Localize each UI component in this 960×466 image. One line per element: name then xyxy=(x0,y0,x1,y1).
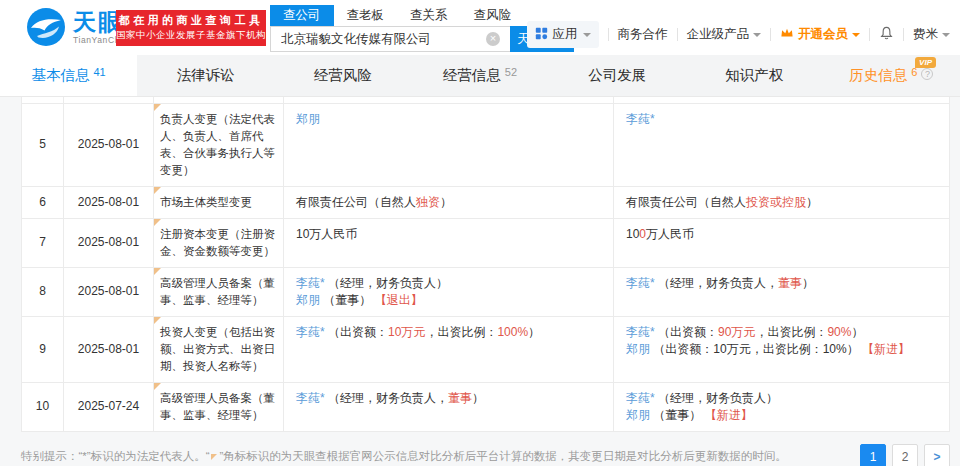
header-nav: 应用 商务合作 企业级产品 开通会员 xyxy=(527,21,951,48)
change-item: 高级管理人员备案（董事、监事、经理等） xyxy=(154,267,284,316)
change-history-table: 52025-08-01负责人变更（法定代表人、负责人、首席代表、合伙事务执行人等… xyxy=(21,97,950,432)
tab-0[interactable]: 基本信息41 xyxy=(0,55,137,96)
table-row: 102025-07-24高级管理人员备案（董事、监事、经理等）李莼* （经理，财… xyxy=(22,382,950,431)
highlight-text: 【退出】 xyxy=(375,293,423,307)
table-row: 72025-08-01注册资本变更（注册资金、资金数额等变更）10万人民币100… xyxy=(22,218,950,267)
search-tab-1[interactable]: 查老板 xyxy=(334,5,398,26)
username-label: 费米 xyxy=(913,26,938,43)
person-link[interactable]: 李莼* xyxy=(626,112,655,126)
text: ） xyxy=(851,325,863,339)
note-suffix: ”角标标识的为天眼查根据官网公示信息对比分析后平台计算的数据，其变更日期是对比分… xyxy=(219,450,786,462)
person-link[interactable]: 郑朋 xyxy=(626,342,650,356)
change-date: 2025-08-01 xyxy=(64,186,154,218)
table-row: 62025-08-01市场主体类型变更有限责任公司（自然人独资）有限责任公司（自… xyxy=(22,186,950,218)
cell-line: 郑朋 （出资额：10万元，出资比例：10%） 【新进】 xyxy=(626,341,937,358)
clear-search-icon[interactable]: × xyxy=(486,32,500,46)
bell-icon xyxy=(879,25,894,44)
tab-1[interactable]: 法律诉讼 xyxy=(137,55,274,96)
tab-3[interactable]: 经营信息52 xyxy=(411,55,548,96)
notifications-button[interactable] xyxy=(879,25,894,44)
nav-open-vip[interactable]: 开通会员 xyxy=(780,26,860,43)
crown-icon xyxy=(780,27,794,42)
user-menu[interactable]: 费米 xyxy=(913,26,950,43)
person-link[interactable]: 李莼* xyxy=(626,391,655,405)
page-header: 天眼查 TianYanCha.com 都在用的商业查询工具 国家中小企业发展子基… xyxy=(0,0,960,55)
tab-5[interactable]: 知识产权 xyxy=(686,55,823,96)
after-change-cell: 李莼* （经理，财务负责人，董事） xyxy=(614,267,950,316)
highlight-text: 董事 xyxy=(778,276,802,290)
search-input[interactable] xyxy=(270,26,510,52)
before-change-cell: 郑朋 xyxy=(284,103,614,186)
row-number: 6 xyxy=(22,186,64,218)
cell-line: 郑朋 （董事） 【新进】 xyxy=(626,407,937,424)
table-row: 82025-08-01高级管理人员备案（董事、监事、经理等）李莼* （经理，财务… xyxy=(22,267,950,316)
person-link[interactable]: 郑朋 xyxy=(626,408,650,422)
help-icon[interactable]: ? xyxy=(921,68,933,80)
change-item-label: 高级管理人员备案（董事、监事、经理等） xyxy=(160,392,275,421)
cell-line: 郑朋 （董事） 【退出】 xyxy=(296,292,601,309)
person-link[interactable]: 郑朋 xyxy=(296,112,320,126)
tab-2[interactable]: 经营风险 xyxy=(274,55,411,96)
search-tab-3[interactable]: 查风险 xyxy=(461,5,525,26)
change-item-label: 高级管理人员备案（董事、监事、经理等） xyxy=(160,277,275,306)
tab-label: 经营风险 xyxy=(314,66,372,85)
nav-enterprise-products[interactable]: 企业级产品 xyxy=(687,26,762,43)
tab-label: 知识产权 xyxy=(725,66,783,85)
apps-grid-icon xyxy=(535,27,548,43)
text: ） xyxy=(472,391,484,405)
person-link[interactable]: 李莼* xyxy=(626,276,655,290)
cell-line: 李莼* （经理，财务负责人，董事） xyxy=(626,275,937,292)
table-row: 92025-08-01投资人变更（包括出资额、出资方式、出资日期、投资人名称等）… xyxy=(22,316,950,382)
change-item-label: 注册资本变更（注册资金、资金数额等变更） xyxy=(160,228,275,257)
apps-menu-button[interactable]: 应用 xyxy=(527,21,599,48)
tab-6[interactable]: VIP历史信息6? xyxy=(823,55,960,96)
person-link[interactable]: 郑朋 xyxy=(296,293,320,307)
tab-count: 52 xyxy=(505,66,517,78)
search-tab-2[interactable]: 查关系 xyxy=(397,5,461,26)
tab-count: 41 xyxy=(93,66,105,78)
row-number: 7 xyxy=(22,218,64,267)
cell-line: 有限责任公司（自然人投资或控股） xyxy=(626,194,937,211)
page-button-1[interactable]: 1 xyxy=(860,444,886,466)
page-button-2[interactable]: 2 xyxy=(892,444,918,466)
tab-label: 基本信息 xyxy=(31,66,89,85)
tab-label: 经营信息 xyxy=(443,66,501,85)
after-change-cell: 有限责任公司（自然人投资或控股） xyxy=(614,186,950,218)
highlight-text: 独资 xyxy=(416,195,440,209)
search-tab-0[interactable]: 查公司 xyxy=(270,5,334,26)
tianyancha-logo-icon xyxy=(26,7,66,47)
person-link[interactable]: 李莼* xyxy=(296,391,325,405)
text: ） xyxy=(440,195,452,209)
change-item: 市场主体类型变更 xyxy=(154,186,284,218)
vip-badge: VIP xyxy=(915,57,936,68)
person-link[interactable]: 李莼* xyxy=(296,325,325,339)
cell-line: 李莼* xyxy=(626,111,937,128)
cell-line: 100万人民币 xyxy=(626,226,937,243)
cell-line: 郑朋 xyxy=(296,111,601,128)
change-item: 注册资本变更（注册资金、资金数额等变更） xyxy=(154,218,284,267)
cell-line: 李莼* （出资额：90万元，出资比例：90%） xyxy=(626,324,937,341)
pagination: 12> xyxy=(860,444,950,466)
text: （经理，财务负责人， xyxy=(655,276,778,290)
text: 有限责任公司（自然人 xyxy=(626,195,746,209)
change-item-label: 投资人变更（包括出资额、出资方式、出资日期、投资人名称等） xyxy=(160,326,275,372)
corner-marker-icon xyxy=(154,383,161,390)
next-page-button[interactable]: > xyxy=(924,444,950,466)
change-date: 2025-07-24 xyxy=(64,382,154,431)
cell-line: 李莼* （经理，财务负责人） xyxy=(626,390,937,407)
corner-marker-icon xyxy=(211,454,217,460)
person-link[interactable]: 李莼* xyxy=(296,276,325,290)
corner-marker-icon xyxy=(154,104,161,111)
text: （出资额：10万元，出资比例：10%） xyxy=(650,342,862,356)
text: （董事） xyxy=(320,293,375,307)
tab-4[interactable]: 公司发展 xyxy=(549,55,686,96)
promo-banner: 都在用的商业查询工具 国家中小企业发展子基金旗下机构 xyxy=(116,10,266,46)
person-link[interactable]: 李莼* xyxy=(626,325,655,339)
tab-label: 公司发展 xyxy=(588,66,646,85)
corner-marker-icon xyxy=(154,219,161,226)
chevron-down-icon xyxy=(942,33,950,41)
change-item-label: 市场主体类型变更 xyxy=(160,196,252,208)
enterprise-products-label: 企业级产品 xyxy=(687,26,750,43)
nav-business-cooperation[interactable]: 商务合作 xyxy=(618,26,668,43)
highlight-text: 100% xyxy=(497,325,528,339)
